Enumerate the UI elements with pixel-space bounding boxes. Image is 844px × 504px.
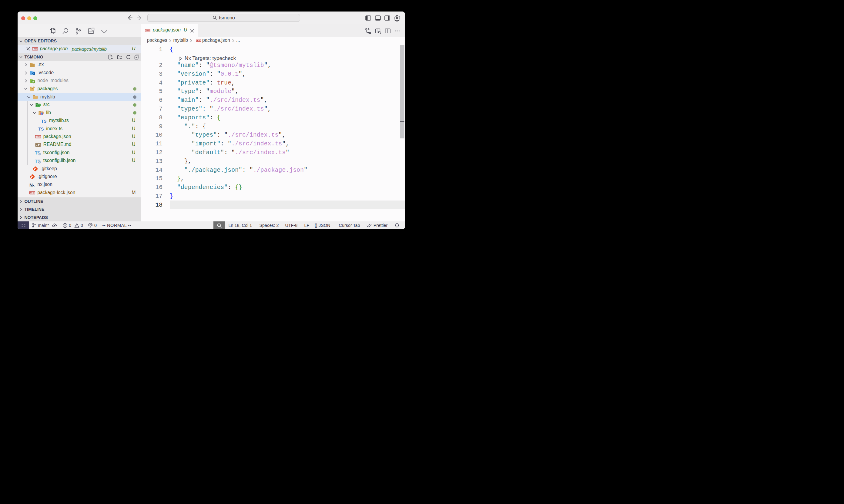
svg-text:N: N xyxy=(30,182,33,187)
svg-text:TS: TS xyxy=(41,119,47,123)
svg-text:x: x xyxy=(33,183,35,187)
svg-text:</>: </> xyxy=(36,105,41,107)
svg-text:TS: TS xyxy=(38,126,44,131)
svg-text:JS: JS xyxy=(32,80,34,83)
